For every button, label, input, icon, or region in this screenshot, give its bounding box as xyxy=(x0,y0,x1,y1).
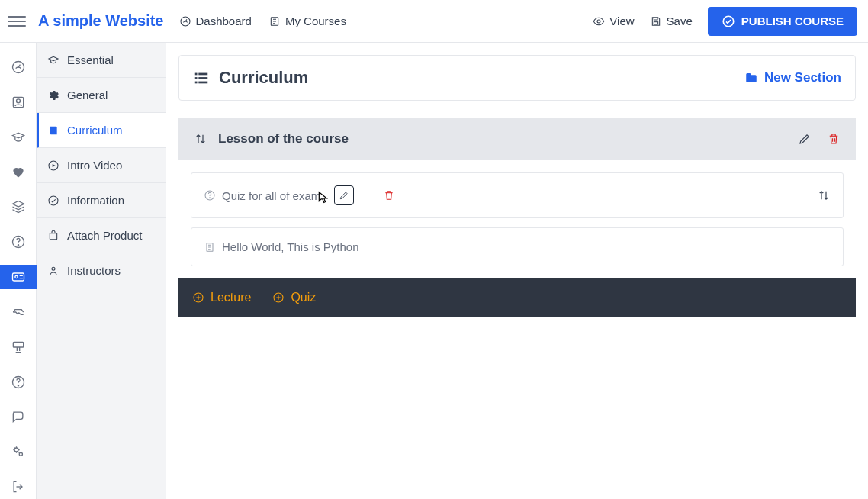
nav-attach-product[interactable]: Attach Product xyxy=(37,218,166,253)
rail-heart[interactable] xyxy=(0,160,37,185)
teacher-icon xyxy=(47,265,59,277)
book-icon xyxy=(47,124,59,137)
gauge-icon xyxy=(11,60,26,75)
layers-icon xyxy=(11,199,26,214)
nav-information-label: Information xyxy=(67,194,124,207)
rail-dashboard[interactable] xyxy=(0,55,37,79)
svg-rect-10 xyxy=(12,273,24,281)
rail-settings[interactable] xyxy=(0,439,37,464)
curriculum-item-quiz[interactable]: Quiz for all of exam xyxy=(191,172,844,218)
curriculum-item-lecture[interactable]: Hello World, This is Python xyxy=(191,227,844,266)
svg-rect-22 xyxy=(195,77,198,79)
check-circle-icon xyxy=(722,14,735,28)
new-section-label: New Section xyxy=(764,70,841,85)
svg-rect-24 xyxy=(198,73,207,76)
sort-icon[interactable] xyxy=(194,132,207,146)
nav-general[interactable]: General xyxy=(37,78,166,113)
package-icon xyxy=(47,230,59,242)
svg-point-28 xyxy=(210,198,211,198)
svg-rect-23 xyxy=(195,82,198,84)
play-circle-icon xyxy=(47,159,59,172)
save-icon xyxy=(650,15,662,27)
my-courses-link-label: My Courses xyxy=(285,14,346,27)
nav-instructors[interactable]: Instructors xyxy=(37,253,166,288)
rail-layers[interactable] xyxy=(0,195,37,219)
publish-button[interactable]: PUBLISH COURSE xyxy=(708,7,857,36)
svg-point-14 xyxy=(18,385,18,385)
add-lecture-button[interactable]: Lecture xyxy=(192,291,251,304)
trash-icon[interactable] xyxy=(383,189,395,201)
dashboard-link[interactable]: Dashboard xyxy=(179,14,252,27)
pencil-icon xyxy=(339,190,349,201)
view-button[interactable]: View xyxy=(593,14,634,27)
svg-rect-12 xyxy=(13,342,23,347)
edit-item-button[interactable] xyxy=(334,185,354,205)
check-circle-icon xyxy=(47,195,59,207)
cap-small-icon xyxy=(47,54,59,66)
rail-product[interactable] xyxy=(0,300,37,324)
section-actions xyxy=(798,132,841,146)
rail-withdraw[interactable] xyxy=(0,335,37,359)
my-courses-link[interactable]: My Courses xyxy=(268,14,346,27)
graduation-cap-icon xyxy=(11,130,26,145)
id-card-icon xyxy=(11,269,26,285)
rail-courses[interactable] xyxy=(0,265,37,289)
user-card-icon xyxy=(11,95,26,110)
topbar: A simple Website Dashboard My Courses Vi… xyxy=(0,0,868,43)
rail-chat[interactable] xyxy=(0,404,37,429)
plus-circle-icon xyxy=(192,291,204,304)
svg-point-11 xyxy=(14,275,17,278)
question-circle-icon xyxy=(11,375,26,390)
folder-icon xyxy=(744,71,758,85)
nav-essential[interactable]: Essential xyxy=(37,43,166,78)
new-section-button[interactable]: New Section xyxy=(744,70,841,85)
section-header: Lesson of the course xyxy=(178,118,856,160)
svg-rect-25 xyxy=(198,77,207,79)
rail-users[interactable] xyxy=(0,90,37,114)
svg-point-7 xyxy=(16,99,20,103)
item-label-wrap: Hello World, This is Python xyxy=(204,240,359,253)
svg-point-16 xyxy=(19,452,22,456)
eye-icon xyxy=(593,15,605,27)
pencil-icon[interactable] xyxy=(798,132,812,146)
rail-help1[interactable] xyxy=(0,230,37,254)
list-icon xyxy=(193,69,210,86)
top-right: View Save PUBLISH COURSE xyxy=(593,7,857,36)
nav-intro-video[interactable]: Intro Video xyxy=(37,148,166,183)
brand[interactable]: A simple Website xyxy=(38,12,164,30)
add-quiz-label: Quiz xyxy=(291,291,316,304)
item-label-wrap: Quiz for all of exam xyxy=(204,189,320,202)
atm-icon xyxy=(11,340,26,355)
svg-rect-19 xyxy=(50,233,56,239)
save-button[interactable]: Save xyxy=(650,14,693,27)
question-circle-icon xyxy=(204,189,216,201)
rail-logout[interactable] xyxy=(0,475,37,499)
add-lecture-label: Lecture xyxy=(211,291,251,304)
svg-rect-26 xyxy=(198,82,207,84)
nav-essential-label: Essential xyxy=(67,53,114,66)
add-quiz-button[interactable]: Quiz xyxy=(272,291,316,304)
nav-information[interactable]: Information xyxy=(37,183,166,218)
nav-curriculum[interactable]: Curriculum xyxy=(37,113,166,148)
course-nav: Essential General Curriculum Intro Video… xyxy=(37,43,166,499)
gears-icon xyxy=(11,444,26,459)
publish-button-label: PUBLISH COURSE xyxy=(741,14,844,27)
menu-toggle[interactable] xyxy=(8,12,26,31)
gear-icon xyxy=(47,89,59,101)
curriculum-panel: Curriculum New Section xyxy=(178,55,856,101)
panel-title: Curriculum xyxy=(193,68,308,88)
nav-general-label: General xyxy=(67,89,108,101)
svg-point-2 xyxy=(597,20,600,23)
question-circle-icon xyxy=(11,234,26,250)
rail-help2[interactable] xyxy=(0,370,37,394)
section-block: Lesson of the course Quiz for all of exa… xyxy=(178,118,856,317)
handshake-icon xyxy=(11,304,26,320)
nav-instructors-label: Instructors xyxy=(67,264,121,277)
panel-title-text: Curriculum xyxy=(219,68,308,88)
nav-intro-video-label: Intro Video xyxy=(67,159,122,172)
sort-icon[interactable] xyxy=(817,188,831,202)
svg-point-18 xyxy=(49,196,58,205)
trash-icon[interactable] xyxy=(827,132,841,146)
svg-rect-3 xyxy=(654,21,657,24)
rail-cap[interactable] xyxy=(0,125,37,150)
